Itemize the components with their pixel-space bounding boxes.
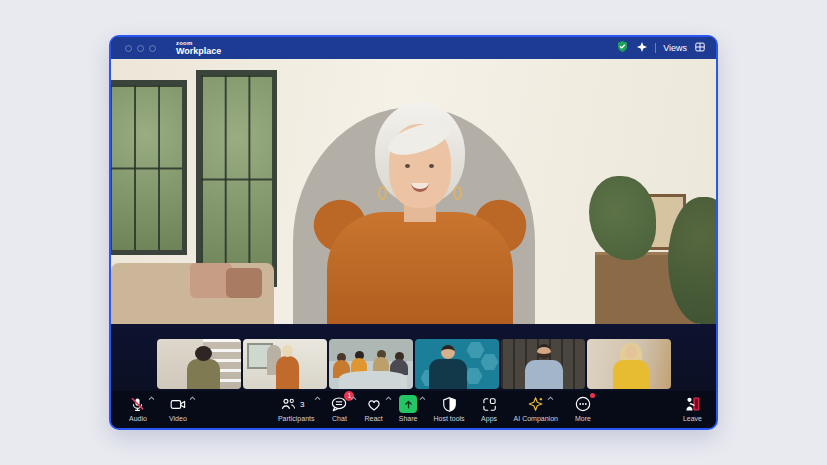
chevron-icon xyxy=(547,396,554,401)
chat-button[interactable]: 1 Chat xyxy=(330,391,348,428)
titlebar: zoom Workplace Views xyxy=(111,37,716,59)
person-silhouette xyxy=(613,360,649,389)
participants-filmstrip xyxy=(111,324,716,391)
leave-meeting-icon xyxy=(683,395,702,413)
audio-label: Audio xyxy=(129,415,147,422)
person-silhouette xyxy=(525,360,563,389)
speaker-earring xyxy=(453,186,462,200)
zoom-meeting-window: zoom Workplace Views xyxy=(109,35,718,430)
toolbar-center-group: 3 Participants 1 Chat React xyxy=(187,391,683,428)
speaker-eye xyxy=(405,164,410,168)
chevron-icon xyxy=(385,396,392,401)
apps-icon xyxy=(481,395,498,413)
leave-button[interactable]: Leave xyxy=(683,391,702,428)
chat-label: Chat xyxy=(332,415,347,422)
participant-video-2[interactable] xyxy=(243,339,327,389)
person-silhouette xyxy=(282,345,293,357)
titlebar-divider xyxy=(655,43,656,53)
views-grid-icon[interactable] xyxy=(694,39,706,57)
mic-muted-icon xyxy=(129,395,146,413)
host-tools-button[interactable]: Host tools xyxy=(433,391,464,428)
speaker-torso xyxy=(327,212,513,324)
share-green-box xyxy=(399,395,417,413)
views-label[interactable]: Views xyxy=(663,43,687,53)
person-silhouette xyxy=(373,357,389,371)
participant-video-5[interactable] xyxy=(501,339,585,389)
leave-label: Leave xyxy=(683,415,702,422)
scene-window-left xyxy=(111,80,187,255)
window-maximize-button[interactable] xyxy=(149,45,156,52)
scene-window-left2 xyxy=(196,70,278,287)
encryption-shield-icon[interactable] xyxy=(616,39,629,57)
titlebar-right-cluster: Views xyxy=(616,39,706,57)
participants-button[interactable]: 3 Participants xyxy=(278,391,315,428)
ai-sparkle-icon[interactable] xyxy=(636,39,648,57)
chat-bubble-icon: 1 xyxy=(330,395,348,413)
toolbar-right-group: Leave xyxy=(683,391,716,428)
more-notification-dot xyxy=(590,393,595,398)
person-silhouette xyxy=(429,359,467,389)
share-button[interactable]: Share xyxy=(399,391,418,428)
chevron-icon xyxy=(189,396,196,401)
person-silhouette xyxy=(625,345,637,359)
chevron-icon xyxy=(350,396,357,401)
chevron-icon xyxy=(419,396,426,401)
apps-label: Apps xyxy=(481,415,497,422)
ai-sparkle-icon xyxy=(527,395,545,413)
scene-window-panes xyxy=(201,75,273,282)
apps-button[interactable]: Apps xyxy=(481,391,498,428)
toolbar-left-group: Audio Video xyxy=(111,391,187,428)
audio-button[interactable]: Audio xyxy=(129,391,147,428)
scene-window-panes xyxy=(111,85,182,250)
participant-video-4[interactable] xyxy=(415,339,499,389)
ai-companion-button[interactable]: AI Companion xyxy=(514,391,558,428)
person-silhouette xyxy=(537,344,551,359)
person-silhouette xyxy=(276,356,299,389)
participant-video-3[interactable] xyxy=(329,339,413,389)
logo-workplace-text: Workplace xyxy=(176,47,221,56)
share-label: Share xyxy=(399,415,418,422)
participant-video-6[interactable] xyxy=(587,339,671,389)
camera-icon xyxy=(169,395,187,413)
speaker-earring xyxy=(378,186,387,200)
chevron-icon xyxy=(314,396,321,401)
thumb-conference-table xyxy=(339,371,407,389)
react-button[interactable]: React xyxy=(364,391,382,428)
zoom-workplace-logo: zoom Workplace xyxy=(176,40,221,56)
window-controls xyxy=(125,45,156,52)
meeting-toolbar: Audio Video 3 Participants xyxy=(111,391,716,428)
shield-icon xyxy=(441,395,458,413)
participant-video-1[interactable] xyxy=(157,339,241,389)
window-minimize-button[interactable] xyxy=(137,45,144,52)
participants-count: 3 xyxy=(300,400,304,409)
chevron-icon xyxy=(148,396,155,401)
ai-companion-label: AI Companion xyxy=(514,415,558,422)
scene-pillow xyxy=(226,268,262,297)
participants-icon: 3 xyxy=(280,395,312,413)
share-screen-icon xyxy=(399,395,417,413)
main-speaker-video[interactable] xyxy=(111,59,716,324)
speaker-eye xyxy=(429,164,434,168)
more-smiley-icon xyxy=(574,395,592,413)
more-label: More xyxy=(575,415,591,422)
host-tools-label: Host tools xyxy=(433,415,464,422)
person-silhouette xyxy=(195,346,212,361)
react-label: React xyxy=(364,415,382,422)
person-silhouette xyxy=(187,359,220,389)
video-button[interactable]: Video xyxy=(169,391,187,428)
person-silhouette xyxy=(441,345,455,359)
window-close-button[interactable] xyxy=(125,45,132,52)
video-label: Video xyxy=(169,415,187,422)
heart-icon xyxy=(365,395,383,413)
more-button[interactable]: More xyxy=(574,391,592,428)
speaker-silhouette xyxy=(300,106,540,324)
participants-label: Participants xyxy=(278,415,315,422)
